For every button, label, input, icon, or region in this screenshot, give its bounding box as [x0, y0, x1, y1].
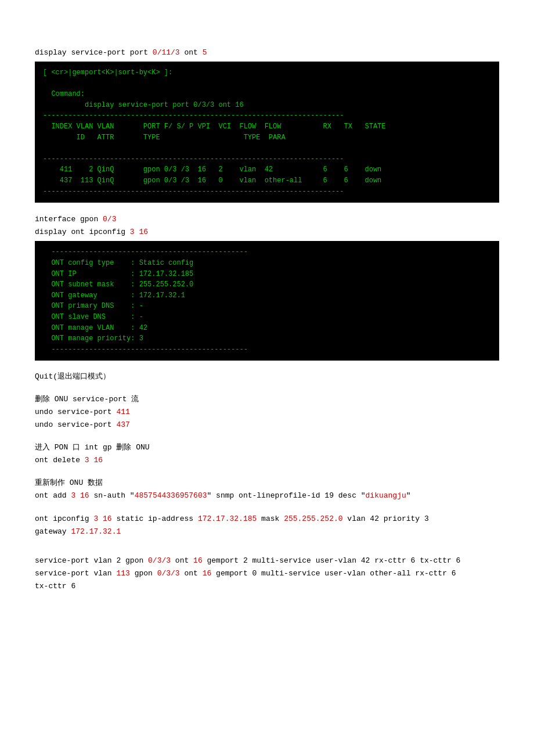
quit-label: Quit(退出端口模式）	[35, 371, 499, 383]
section-pon: 进入 PON 口 int gp 删除 ONU ont delete 3 16	[35, 442, 499, 467]
terminal-1-content: [ <cr>|gemport<K>|sort-by<K> ]: Command:…	[43, 67, 491, 197]
cmd-highlight-port: 0/11/3	[153, 48, 180, 57]
sp2-h1: 113	[116, 569, 129, 578]
ont-add-p3: sn-auth "	[89, 491, 135, 500]
sp3-text: tx-cttr 6	[35, 582, 75, 591]
ipconfig-p3: static ip-address	[112, 514, 198, 523]
ont-desc: dikuangju	[366, 491, 406, 500]
sp2-h3: 16	[203, 569, 212, 578]
undo-highlight-437: 437	[116, 420, 129, 429]
ipconfig-line1: ont ipconfig 3 16 static ip-address 172.…	[35, 513, 499, 525]
cmd-line-3: display ont ipconfig 3 16	[35, 226, 499, 239]
sp1-text1: service-port vlan 2 gpon	[35, 556, 148, 565]
gateway-text: gateway	[35, 527, 71, 536]
cmd-highlight-ont: 5	[203, 48, 207, 57]
undo-highlight-411: 411	[116, 408, 129, 416]
section-delete: 删除 ONU service-port 流 undo service-port …	[35, 394, 499, 431]
terminal-2-content: ----------------------------------------…	[43, 247, 491, 355]
ont-delete-line: ont delete 3 16	[35, 454, 499, 467]
section-quit: Quit(退出端口模式）	[35, 371, 499, 383]
undo-411-line: undo service-port 411	[35, 406, 499, 419]
ont-delete-text: ont delete	[35, 456, 85, 465]
cmd-highlight-16: 16	[139, 228, 148, 236]
service-port-line1: service-port vlan 2 gpon 0/3/3 ont 16 ge…	[35, 555, 499, 567]
section-recreate: 重新制作 ONU 数据 ont add 3 16 sn-auth "485754…	[35, 477, 499, 502]
ont-add-line: ont add 3 16 sn-auth "4857544336957603" …	[35, 489, 499, 502]
service-port-line2: service-port vlan 113 gpon 0/3/3 ont 16 …	[35, 567, 499, 580]
section-ipconfig: ont ipconfig 3 16 static ip-address 172.…	[35, 513, 499, 538]
cmd-highlight-3: 3	[130, 228, 135, 236]
ipconfig-p4: mask	[257, 514, 284, 523]
gateway-line: gateway 172.17.32.1	[35, 525, 499, 538]
recreate-label: 重新制作 ONU 数据	[35, 477, 499, 489]
terminal-1: [ <cr>|gemport<K>|sort-by<K> ]: Command:…	[35, 62, 499, 203]
section-service-port: service-port vlan 2 gpon 0/3/3 ont 16 ge…	[35, 555, 499, 593]
ont-delete-h1: 3	[85, 456, 89, 465]
sp2-text2: gpon	[130, 569, 157, 578]
ont-add-text: ont add	[35, 491, 71, 500]
ipconfig-ip: 172.17.32.185	[198, 514, 257, 523]
cmd-text-display-ont: display ont ipconfig	[35, 228, 130, 236]
cmd-text-interface: interface gpon	[35, 215, 103, 224]
service-port-line3: tx-cttr 6	[35, 580, 499, 593]
section-2: interface gpon 0/3 display ont ipconfig …	[35, 213, 499, 361]
section-1: display service-port port 0/11/3 ont 5 […	[35, 46, 499, 203]
ont-add-p4: " snmp ont-lineprofile-id 19 desc "	[207, 491, 366, 500]
sp2-h2: 0/3/3	[157, 569, 180, 578]
pon-label: 进入 PON 口 int gp 删除 ONU	[35, 442, 499, 454]
sp2-text4: gemport 0 multi-service user-vlan other-…	[211, 569, 456, 578]
ont-delete-h2: 16	[93, 456, 103, 465]
terminal-2: ----------------------------------------…	[35, 241, 499, 361]
undo-text-2: undo service-port	[35, 420, 116, 429]
ont-add-h2: 16	[80, 491, 89, 500]
sp1-h1: 0/3/3	[148, 556, 171, 565]
delete-label: 删除 ONU service-port 流	[35, 394, 499, 406]
cmd-text-2: ont	[180, 48, 203, 57]
undo-437-line: undo service-port 437	[35, 419, 499, 431]
undo-text-1: undo service-port	[35, 408, 116, 416]
ont-sn-auth: 4857544336957603	[135, 491, 207, 500]
cmd-text-1: display service-port port	[35, 48, 153, 57]
cmd-line-1: display service-port port 0/11/3 ont 5	[35, 46, 499, 59]
ipconfig-p5: vlan 42 priority 3	[343, 514, 429, 523]
ipconfig-text-1: ont ipconfig	[35, 514, 93, 523]
sp2-text3: ont	[180, 569, 203, 578]
cmd-line-2: interface gpon 0/3	[35, 213, 499, 226]
sp1-text2: ont	[171, 556, 193, 565]
ont-add-p2	[75, 491, 80, 500]
cmd-highlight-gpon: 0/3	[103, 215, 116, 224]
sp1-h2: 16	[193, 556, 203, 565]
sp2-text1: service-port vlan	[35, 569, 116, 578]
ipconfig-h2: 16	[103, 514, 112, 523]
sp1-text3: gemport 2 multi-service user-vlan 42 rx-…	[203, 556, 461, 565]
ipconfig-mask: 255.255.252.0	[284, 514, 342, 523]
gateway-ip: 172.17.32.1	[71, 527, 121, 536]
ont-add-p5: "	[406, 491, 411, 500]
ipconfig-p2	[98, 514, 103, 523]
